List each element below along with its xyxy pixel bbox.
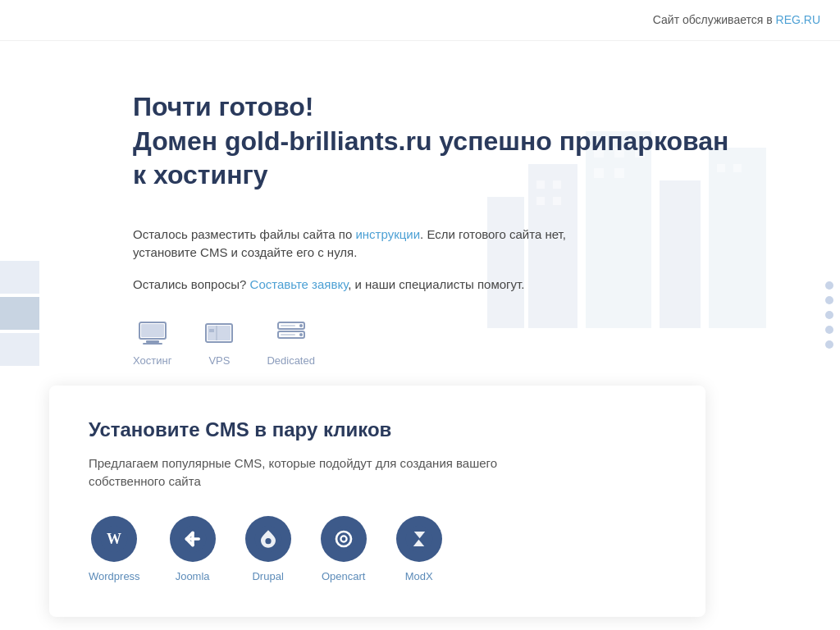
side-dot-4: [825, 326, 833, 334]
hero-line1: Почти готово!: [133, 90, 769, 125]
hero-line3: к хостингу: [133, 158, 769, 193]
desc2-text: Остались вопросы?: [133, 277, 250, 291]
topbar-text: Сайт обслуживается в: [653, 13, 776, 26]
dedicated-icon: [273, 318, 309, 348]
cms-list: W Wordpress: [89, 516, 666, 585]
dedicated-label: Dedicated: [267, 353, 315, 369]
hosting-item-hosting[interactable]: Хостинг: [133, 318, 171, 369]
left-bar-2: [0, 297, 39, 330]
left-bar-1: [0, 261, 39, 294]
side-dot-2: [825, 296, 833, 304]
left-bar-3: [0, 333, 39, 366]
svg-text:W: W: [107, 531, 121, 547]
main-content: Почти готово! Домен gold-brilliants.ru у…: [51, 41, 789, 394]
cms-item-joomla[interactable]: Joomla: [170, 516, 216, 585]
drupal-label: Drupal: [252, 568, 283, 585]
left-decoration: [0, 261, 39, 369]
wordpress-icon: W: [91, 516, 137, 562]
hosting-item-dedicated[interactable]: Dedicated: [267, 318, 315, 369]
top-bar: Сайт обслуживается в REG.RU: [0, 0, 840, 41]
side-decoration: [819, 268, 840, 362]
desc2-text2: , и наши специалисты помогут.: [348, 277, 524, 291]
svg-rect-23: [209, 329, 214, 332]
description-2: Остались вопросы? Составьте заявку, и на…: [133, 276, 625, 294]
svg-rect-28: [281, 325, 295, 326]
drupal-icon: [245, 516, 291, 562]
request-link[interactable]: Составьте заявку: [250, 277, 349, 291]
hosting-icon: [135, 318, 171, 348]
cms-item-modx[interactable]: ModX: [396, 516, 442, 585]
hosting-label: Хостинг: [133, 353, 171, 369]
cms-item-opencart[interactable]: Opencart: [321, 516, 367, 585]
joomla-icon: [170, 516, 216, 562]
modx-icon: [396, 516, 442, 562]
svg-point-27: [299, 333, 303, 336]
svg-rect-21: [208, 326, 231, 340]
joomla-label: Joomla: [176, 568, 210, 585]
svg-point-26: [299, 324, 303, 327]
cms-item-drupal[interactable]: Drupal: [245, 516, 291, 585]
description-1: Осталось разместить файлы сайта по инстр…: [133, 226, 625, 262]
opencart-icon: [321, 516, 367, 562]
svg-point-38: [265, 538, 271, 544]
svg-rect-17: [141, 324, 164, 337]
cms-item-wordpress[interactable]: W Wordpress: [89, 516, 140, 585]
hero-line2: Домен gold-brilliants.ru успешно припарк…: [133, 125, 769, 159]
hero-title: Почти готово! Домен gold-brilliants.ru у…: [133, 90, 769, 193]
svg-rect-19: [143, 343, 162, 345]
instruction-link[interactable]: инструкции: [355, 227, 420, 241]
opencart-label: Opencart: [322, 568, 365, 585]
svg-rect-18: [146, 340, 159, 343]
regru-link[interactable]: REG.RU: [776, 13, 820, 26]
svg-rect-22: [216, 326, 217, 340]
side-dot-1: [825, 281, 833, 290]
side-dot-3: [825, 311, 833, 319]
hosting-item-vps[interactable]: VPS: [201, 318, 237, 369]
desc1-text: Осталось разместить файлы сайта по: [133, 227, 355, 241]
cms-description: Предлагаем популярные CMS, которые подой…: [89, 454, 499, 491]
vps-label: VPS: [208, 353, 230, 369]
wordpress-label: Wordpress: [89, 568, 140, 585]
modx-label: ModX: [405, 568, 433, 585]
svg-rect-29: [281, 334, 295, 336]
side-dot-5: [825, 340, 833, 349]
cms-title: Установите CMS в пару кликов: [89, 415, 666, 445]
hosting-types: Хостинг VPS: [133, 318, 769, 369]
svg-point-39: [330, 526, 356, 552]
page-wrapper: Сайт обслуживается в REG.RU: [0, 0, 840, 630]
cms-section: Установите CMS в пару кликов Предлагаем …: [49, 386, 705, 618]
vps-icon: [201, 318, 237, 348]
